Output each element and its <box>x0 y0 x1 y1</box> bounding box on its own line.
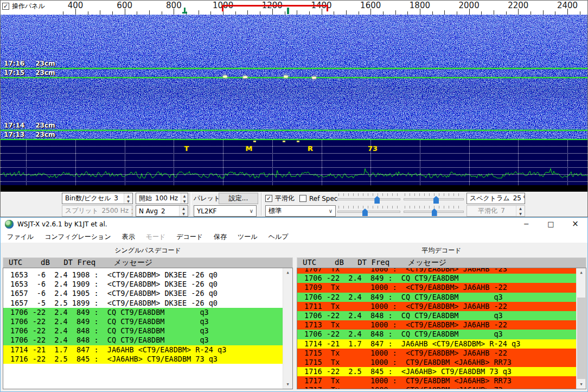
frequency-marker[interactable] <box>287 8 289 14</box>
grid-line-vertical <box>518 140 519 185</box>
decode-row[interactable]: 1653 -6 2.4 1908 : <CT9/EA8DBM> DK3EE -2… <box>3 270 283 280</box>
decode-row[interactable]: 1711 Tx 1000 : <CT9/EA8DBM> JA6AHB -22 <box>297 302 577 311</box>
ref-spec-checkbox[interactable]: Ref Spec <box>299 193 337 204</box>
period-line <box>1 77 587 78</box>
timestamp-band: 23cm <box>35 60 55 67</box>
signal-blip <box>223 75 227 78</box>
curve-combobox[interactable]: 標準 ∨ <box>265 205 336 217</box>
freq-tick <box>395 10 396 15</box>
bins-per-pixel-spinner[interactable]: Bin数/ピクセル3 ▲▼ <box>62 193 133 204</box>
spin-up-icon[interactable]: ▲ <box>180 206 188 211</box>
slider-handle[interactable] <box>362 208 368 216</box>
scroll-up-icon[interactable]: ▲ <box>283 268 292 277</box>
spin-down-icon[interactable]: ▼ <box>124 199 132 204</box>
smooth-label: 平滑化 <box>478 207 497 214</box>
spin-down-icon[interactable]: ▼ <box>180 211 188 217</box>
operation-panel-checkbox[interactable]: ✓ 操作パネル <box>2 2 48 11</box>
decode-row[interactable]: 1706 -22 2.4 848 : CQ CT9/EA8DBM q3 <box>3 326 283 336</box>
waterfall-timestamp: 17:1523cm <box>4 69 55 77</box>
operation-panel-label: 操作パネル <box>12 2 45 11</box>
waterfall-controls: Bin数/ピクセル3 ▲▼ 開始100 Hz ▲▼ パレット 設定... ✓ 平… <box>1 192 587 217</box>
smooth-value: 7 <box>501 207 505 214</box>
scrollbar[interactable]: ▲ ▼ <box>576 268 586 389</box>
decode-row[interactable]: 1714 -21 1.7 847 : JA6AHB <CT9/EA8DBM> R… <box>3 345 283 355</box>
timestamp-time: 17:13 <box>4 131 24 138</box>
timestamp-band: 23cm <box>35 131 55 138</box>
scrollbar[interactable]: ▲ ▼ <box>283 268 292 389</box>
decode-row[interactable]: 1706 -22 2.4 849 : CQ CT9/EA8DBM q3 <box>297 293 577 302</box>
slider-handle[interactable] <box>432 208 437 216</box>
grid-line-horizontal <box>1 160 587 161</box>
spectrum-zero-slider[interactable] <box>403 205 464 217</box>
waterfall-timestamp: 17:1423cm <box>4 122 55 129</box>
start-value: 100 Hz <box>155 194 178 202</box>
panel-title: シングルパスデコード <box>3 246 293 255</box>
wide-graph-window: ✓ 操作パネル 40060080010001200140016001800200… <box>0 0 588 217</box>
grid-line-vertical <box>125 140 125 185</box>
spectrum-gain-slider[interactable] <box>337 205 401 217</box>
waterfall-gain-slider[interactable] <box>337 193 401 204</box>
freq-tick <box>469 9 470 15</box>
bins-value: 3 <box>114 194 118 202</box>
waterfall-zero-slider[interactable] <box>403 193 464 204</box>
spectrum-percent-spinner[interactable]: スペクトラム25 % ▲▼ <box>466 193 525 204</box>
grid-line-vertical <box>272 140 273 185</box>
decode-row[interactable]: 1706 -22 2.4 848 : CQ CT9/EA8DBM q3 <box>297 330 577 339</box>
spin-down-icon[interactable]: ▼ <box>181 199 188 204</box>
decode-row[interactable]: 1709 Tx 1000 : <CT9/EA8DBM> JA6AHB -22 <box>297 283 577 292</box>
chevron-down-icon: ∨ <box>326 208 335 214</box>
decode-row[interactable]: 1716 -22 2.5 845 : <JA6AHB> CT9/EA8DBM 7… <box>297 367 577 376</box>
freq-tick <box>543 10 544 15</box>
decode-row[interactable]: 1715 Tx 1000 : <CT9/EA8DBM> JA6AHB -22 <box>297 349 577 358</box>
spin-up-icon[interactable]: ▲ <box>181 193 188 199</box>
spin-up-icon[interactable]: ▲ <box>124 193 132 199</box>
waterfall-display[interactable]: 17:1623cm17:1523cm17:1423cm17:1323cm <box>1 15 587 140</box>
timestamp-time: 17:16 <box>4 60 24 67</box>
decode-row[interactable]: 1657 -5 2.5 1899 : <CT9/EA8DBM> DK3EE -2… <box>3 299 283 308</box>
decode-list[interactable]: 1653 -6 2.4 1908 : <CT9/EA8DBM> DK3EE -2… <box>3 268 293 389</box>
grid-line-vertical <box>26 140 27 185</box>
slider-handle[interactable] <box>374 196 380 204</box>
scroll-down-icon[interactable]: ▼ <box>577 380 586 389</box>
freq-tick <box>420 9 420 15</box>
decode-row[interactable]: 1706 -22 2.4 849 : CQ CT9/EA8DBM q3 <box>3 308 283 317</box>
tone-marker: R <box>308 144 313 153</box>
palette-label: パレット <box>194 193 220 204</box>
decode-row[interactable]: 1716 -22 2.5 845 : <JA6AHB> CT9/EA8DBM 7… <box>3 355 283 364</box>
rx-frequency-marker[interactable] <box>184 8 186 14</box>
grid-line-vertical <box>75 140 76 185</box>
decode-row[interactable]: 1707 Tx 1000 : <CT9/EA8DBM> JA6AHB -23 <box>297 268 577 274</box>
decode-row[interactable]: 1715 Tx 1000 : CT9/EA8DBM <JA6AHB> RR73 <box>297 358 577 367</box>
waterfall-timestamp: 17:1623cm <box>4 60 55 67</box>
decode-row[interactable]: 1717 Tx 1000 : CT9/EA8DBM <JA6AHB> RR73 <box>297 376 577 385</box>
scroll-up-icon[interactable]: ▲ <box>577 268 586 277</box>
n-avg-spinner[interactable]: N Avg2 ▲▼ <box>136 205 188 217</box>
scroll-down-icon[interactable]: ▼ <box>283 380 292 389</box>
decode-row[interactable]: 1706 -22 2.4 848 : CQ CT9/EA8DBM q3 <box>3 336 283 345</box>
palette-combobox[interactable]: YL2KF ∨ <box>194 205 257 217</box>
slider-track <box>337 198 400 200</box>
decode-row[interactable]: 1706 -22 2.4 849 : CQ CT9/EA8DBM <box>297 274 577 283</box>
flatten-checkbox[interactable]: ✓ 平滑化 <box>265 193 295 204</box>
slider-handle[interactable] <box>433 196 439 204</box>
start-freq-spinner[interactable]: 開始100 Hz ▲▼ <box>136 193 188 204</box>
decode-row[interactable]: 1657 -6 2.4 1905 : <CT9/EA8DBM> DK3EE -2… <box>3 289 283 298</box>
checkbox-icon <box>299 195 306 202</box>
freq-tick <box>199 10 199 15</box>
decode-row[interactable]: 1717 Tx 1000 : CT9/EA8DBM <JA6AHB> 73 <box>297 385 577 389</box>
freq-tick <box>100 10 100 15</box>
decode-row[interactable]: 1653 -6 2.4 1909 : <CT9/EA8DBM> DK3EE -2… <box>3 280 283 289</box>
decode-list[interactable]: 1707 Tx 1000 : <CT9/EA8DBM> JA6AHB -2317… <box>297 268 586 389</box>
frequency-scale: ✓ 操作パネル 40060080010001200140016001800200… <box>1 1 587 15</box>
spectrum-value: 25 % <box>513 194 525 202</box>
decode-row[interactable]: 1713 Tx 1000 : <CT9/EA8DBM> JA6AHB -22 <box>297 320 577 330</box>
freq-tick <box>567 9 568 15</box>
decode-row[interactable]: 1714 -21 1.7 847 : JA6AHB <CT9/EA8DBM> R… <box>297 339 577 349</box>
period-line <box>1 68 587 69</box>
decode-row[interactable]: 1706 -22 2.4 848 : CQ CT9/EA8DBM q3 <box>297 311 577 320</box>
tone-marker: 73 <box>368 144 378 153</box>
decode-row[interactable]: 1706 -22 2.4 849 : CQ CT9/EA8DBM q3 <box>3 317 283 326</box>
spin-down-icon: ▼ <box>516 211 525 217</box>
palette-settings-button[interactable]: 設定... <box>219 193 258 204</box>
scrollbar-thumb[interactable] <box>577 298 585 379</box>
